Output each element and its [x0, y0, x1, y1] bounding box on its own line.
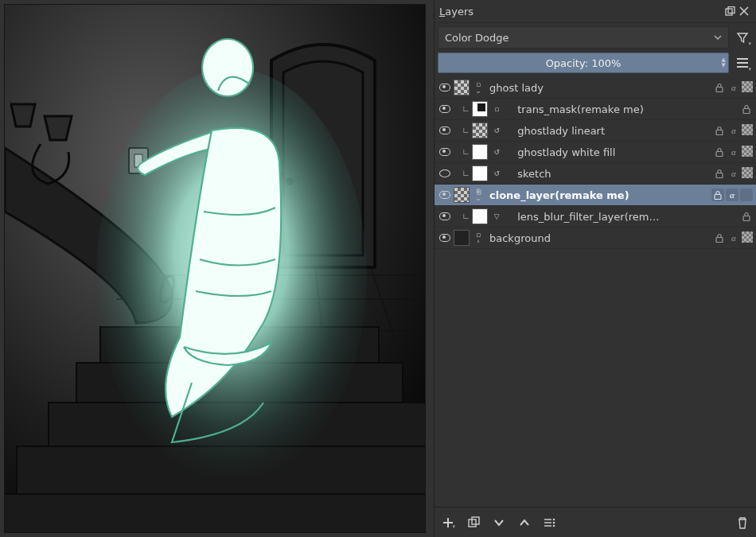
expand-toggle[interactable]: ▫›	[473, 232, 483, 244]
alpha-lock-icon[interactable]: α	[727, 232, 740, 244]
eye-open-icon	[439, 234, 450, 242]
duplicate-layer-button[interactable]	[465, 514, 482, 531]
layer-props: α	[713, 146, 754, 158]
lock-icon[interactable]	[711, 189, 724, 201]
eye-closed-icon	[439, 169, 450, 177]
tree-indent: ∟	[454, 212, 472, 222]
layer-badge: ↺	[492, 149, 501, 155]
opacity-slider[interactable]: Opacity: 100% ▲▼	[438, 53, 729, 73]
visibility-toggle[interactable]	[436, 234, 454, 242]
layer-props	[740, 103, 754, 115]
close-panel-button[interactable]	[737, 4, 751, 18]
layer-name-label: ghostlady lineart	[503, 125, 713, 137]
layer-row[interactable]: ⎘⌄clone_layer(remake me)α	[435, 185, 756, 206]
lock-icon[interactable]	[713, 167, 726, 180]
visibility-toggle[interactable]	[436, 84, 454, 91]
layer-thumbnail	[472, 144, 488, 160]
layer-badge: ↺	[492, 170, 501, 177]
layer-props: α	[713, 232, 754, 244]
layer-name-label: ghostlady white fill	[503, 146, 713, 158]
layer-props: α	[713, 81, 754, 94]
lock-icon[interactable]	[713, 232, 726, 244]
chevron-down-icon: ▾	[452, 523, 455, 530]
eye-open-icon	[439, 212, 450, 220]
panel-menu-button[interactable]: ▾	[732, 52, 753, 74]
lock-icon[interactable]	[713, 146, 726, 158]
layer-row[interactable]: ∟▫trans_mask(remake me)	[435, 99, 756, 120]
delete-layer-button[interactable]	[734, 514, 751, 531]
svg-rect-20	[716, 238, 723, 243]
visibility-toggle[interactable]	[436, 126, 454, 134]
panel-header: Layers	[435, 0, 756, 23]
float-panel-button[interactable]	[723, 4, 737, 18]
layer-row[interactable]: ▫⌄ghost ladyα	[435, 77, 756, 99]
add-layer-button[interactable]: ▾	[439, 514, 457, 531]
layers-list[interactable]: ▫⌄ghost ladyα∟▫trans_mask(remake me)∟↺gh…	[435, 77, 756, 507]
layer-props	[740, 210, 754, 223]
layer-name-label: sketch	[503, 168, 713, 180]
layer-props: α	[711, 189, 754, 201]
svg-rect-12	[728, 6, 735, 13]
visibility-toggle[interactable]	[436, 191, 454, 199]
expand-toggle[interactable]: ▫⌄	[473, 81, 483, 94]
layer-thumbnail	[472, 165, 488, 181]
layer-name-label: trans_mask(remake me)	[503, 103, 740, 115]
lock-icon[interactable]	[713, 81, 726, 94]
svg-rect-13	[716, 88, 723, 92]
inherit-alpha-icon[interactable]	[742, 124, 753, 135]
opacity-row: Opacity: 100% ▲▼ ▾	[435, 52, 756, 77]
eye-open-icon	[439, 126, 450, 134]
chevron-down-icon: ▾	[748, 66, 751, 72]
move-layer-up-button[interactable]	[516, 514, 533, 531]
opacity-spinner[interactable]: ▲▼	[722, 57, 726, 68]
layer-row[interactable]: ∟↺sketchα	[435, 163, 756, 185]
alpha-lock-icon[interactable]: α	[726, 189, 738, 201]
blend-mode-value: Color Dodge	[445, 32, 509, 44]
inherit-alpha-icon[interactable]	[742, 232, 753, 243]
expand-toggle[interactable]: ⎘⌄	[473, 189, 483, 201]
inherit-alpha-icon[interactable]	[742, 167, 753, 178]
visibility-toggle[interactable]	[436, 212, 454, 220]
svg-point-25	[553, 524, 555, 527]
visibility-toggle[interactable]	[436, 105, 454, 113]
blend-mode-select[interactable]: Color Dodge	[438, 26, 729, 49]
layer-properties-button[interactable]	[541, 514, 559, 531]
eye-open-icon	[439, 105, 450, 113]
lock-icon[interactable]	[713, 124, 726, 137]
layer-thumbnail	[454, 230, 470, 246]
layer-thumbnail	[454, 80, 470, 95]
inherit-alpha-icon[interactable]	[742, 146, 753, 157]
canvas-area	[0, 0, 434, 537]
layer-name-label: lens_blur_filter_layer(rem…	[503, 211, 740, 223]
inherit-alpha-icon[interactable]	[742, 81, 753, 92]
tree-indent: ∟	[454, 169, 472, 179]
lock-icon[interactable]	[740, 210, 753, 223]
svg-rect-17	[716, 173, 723, 178]
layer-filter-button[interactable]: ▾	[732, 26, 753, 49]
svg-rect-19	[743, 216, 750, 221]
alpha-lock-icon[interactable]: α	[727, 124, 740, 137]
layers-bottom-bar: ▾	[435, 507, 756, 537]
tree-indent: ∟	[454, 126, 472, 136]
visibility-toggle[interactable]	[436, 169, 454, 177]
alpha-lock-icon[interactable]: α	[727, 167, 740, 180]
layer-row[interactable]: ∟↺ghostlady lineartα	[435, 120, 756, 142]
prop-placeholder	[740, 189, 753, 201]
svg-point-23	[553, 518, 555, 520]
move-layer-down-button[interactable]	[490, 514, 508, 531]
layer-name-label: ghost lady	[485, 82, 713, 94]
alpha-lock-icon[interactable]: α	[727, 146, 740, 158]
layer-thumbnail	[472, 101, 488, 117]
alpha-lock-icon[interactable]: α	[727, 81, 740, 94]
layer-props: α	[713, 167, 754, 180]
tree-indent: ∟	[454, 104, 472, 115]
tree-indent: ∟	[454, 147, 472, 158]
lock-icon[interactable]	[740, 103, 753, 115]
layer-row[interactable]: ▫›backgroundα	[435, 228, 756, 249]
layer-row[interactable]: ∟↺ghostlady white fillα	[435, 142, 756, 163]
chevron-down-icon: ▾	[748, 41, 751, 47]
layer-badge: ▫	[492, 106, 501, 112]
visibility-toggle[interactable]	[436, 148, 454, 156]
layer-row[interactable]: ∟▽lens_blur_filter_layer(rem…	[435, 206, 756, 228]
canvas[interactable]	[4, 4, 426, 533]
